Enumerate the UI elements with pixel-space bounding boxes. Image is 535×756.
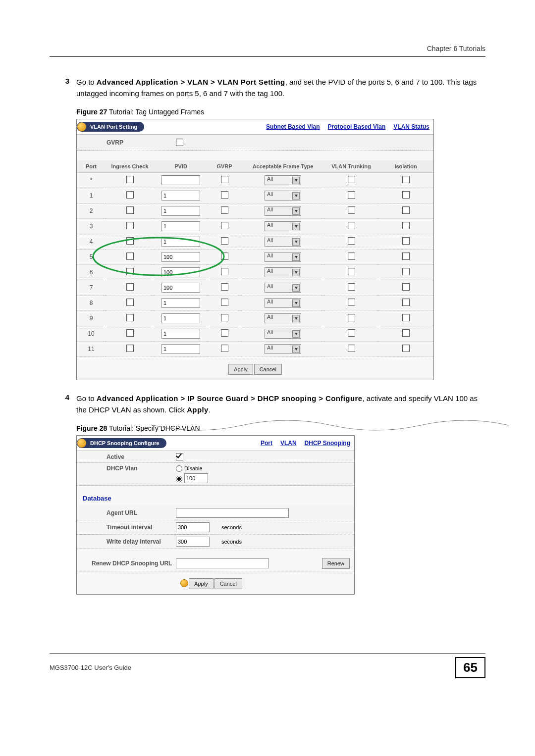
link-dhcp-snooping[interactable]: DHCP Snooping — [305, 440, 350, 447]
ingress-checkbox[interactable] — [126, 329, 134, 337]
frame-type-select[interactable]: All — [265, 267, 301, 277]
gvrp-checkbox[interactable] — [221, 252, 228, 260]
pvid-input[interactable] — [161, 221, 200, 231]
gvrp-checkbox[interactable] — [221, 222, 228, 229]
trunking-checkbox[interactable] — [348, 345, 355, 352]
frame-type-select[interactable]: All — [265, 344, 301, 354]
step-body: Go to Advanced Application > IP Source G… — [76, 393, 485, 415]
radio-disable[interactable] — [176, 465, 182, 472]
pvid-input[interactable] — [161, 267, 200, 277]
cell-port: 5 — [77, 250, 106, 265]
step-text: Go to — [76, 78, 97, 86]
ingress-checkbox[interactable] — [126, 283, 134, 291]
cancel-button[interactable]: Cancel — [214, 578, 242, 589]
ingress-checkbox[interactable] — [126, 299, 134, 306]
isolation-checkbox[interactable] — [402, 252, 410, 260]
isolation-checkbox[interactable] — [402, 314, 410, 321]
trunking-checkbox[interactable] — [348, 237, 355, 245]
gvrp-checkbox[interactable] — [221, 206, 228, 214]
ingress-checkbox[interactable] — [126, 176, 134, 183]
isolation-checkbox[interactable] — [402, 237, 410, 245]
isolation-checkbox[interactable] — [402, 206, 410, 214]
gvrp-checkbox[interactable] — [221, 329, 228, 337]
pvid-input[interactable] — [161, 344, 200, 354]
th-aft: Acceptable Frame Type — [241, 160, 324, 173]
gvrp-label: GVRP — [107, 139, 176, 146]
renew-input[interactable] — [176, 558, 269, 568]
trunking-checkbox[interactable] — [348, 206, 355, 214]
trunking-checkbox[interactable] — [348, 176, 355, 183]
pvid-input[interactable] — [161, 191, 200, 201]
gvrp-checkbox[interactable] — [176, 139, 183, 146]
isolation-checkbox[interactable] — [402, 329, 410, 337]
apply-button[interactable]: Apply — [228, 364, 253, 375]
frame-type-select[interactable]: All — [265, 298, 301, 308]
ingress-checkbox[interactable] — [126, 268, 134, 275]
trunking-checkbox[interactable] — [348, 252, 355, 260]
writedelay-input[interactable] — [176, 537, 210, 547]
link-subnet-vlan[interactable]: Subnet Based Vlan — [266, 123, 320, 130]
renew-button[interactable]: Renew — [322, 558, 350, 569]
isolation-checkbox[interactable] — [402, 268, 410, 275]
active-checkbox[interactable] — [176, 453, 183, 460]
isolation-checkbox[interactable] — [402, 191, 410, 199]
radio-value[interactable] — [176, 476, 182, 482]
gvrp-checkbox[interactable] — [221, 237, 228, 245]
ingress-checkbox[interactable] — [126, 252, 134, 260]
step-4: 4 Go to Advanced Application > IP Source… — [50, 393, 485, 415]
gvrp-checkbox[interactable] — [221, 191, 228, 199]
frame-type-select[interactable]: All — [265, 237, 301, 247]
link-protocol-vlan[interactable]: Protocol Based Vlan — [328, 123, 386, 130]
isolation-checkbox[interactable] — [402, 176, 410, 183]
disable-label: Disable — [184, 465, 203, 471]
gvrp-checkbox[interactable] — [221, 268, 228, 275]
apply-button[interactable]: Apply — [189, 578, 214, 589]
isolation-checkbox[interactable] — [402, 222, 410, 229]
trunking-checkbox[interactable] — [348, 222, 355, 229]
isolation-checkbox[interactable] — [402, 299, 410, 306]
link-port[interactable]: Port — [261, 440, 272, 447]
caption-bold: Figure 27 — [76, 108, 107, 116]
frame-type-select[interactable]: All — [265, 206, 301, 216]
pvid-input[interactable] — [161, 313, 200, 323]
gvrp-checkbox[interactable] — [221, 283, 228, 291]
gvrp-checkbox[interactable] — [221, 176, 228, 183]
isolation-checkbox[interactable] — [402, 345, 410, 352]
pvid-input[interactable] — [161, 283, 200, 293]
pvid-input[interactable] — [161, 329, 200, 339]
trunking-checkbox[interactable] — [348, 283, 355, 291]
ingress-checkbox[interactable] — [126, 206, 134, 214]
trunking-checkbox[interactable] — [348, 329, 355, 337]
frame-type-select[interactable]: All — [265, 329, 301, 339]
gvrp-checkbox[interactable] — [221, 345, 228, 352]
ingress-checkbox[interactable] — [126, 314, 134, 321]
timeout-input[interactable] — [176, 522, 210, 532]
frame-type-select[interactable]: All — [265, 313, 301, 323]
pvid-input[interactable] — [161, 206, 200, 216]
frame-type-select[interactable]: All — [265, 221, 301, 231]
link-vlan[interactable]: VLAN — [280, 440, 297, 447]
pvid-input[interactable] — [161, 237, 200, 247]
ingress-checkbox[interactable] — [126, 191, 134, 199]
link-vlan-status[interactable]: VLAN Status — [393, 123, 429, 130]
trunking-checkbox[interactable] — [348, 299, 355, 306]
frame-type-select[interactable]: All — [265, 175, 301, 185]
pvid-input[interactable] — [161, 252, 200, 262]
trunking-checkbox[interactable] — [348, 314, 355, 321]
ingress-checkbox[interactable] — [126, 222, 134, 229]
trunking-checkbox[interactable] — [348, 268, 355, 275]
frame-type-select[interactable]: All — [265, 283, 301, 293]
isolation-checkbox[interactable] — [402, 283, 410, 291]
agent-url-input[interactable] — [176, 508, 289, 518]
cancel-button[interactable]: Cancel — [254, 364, 282, 375]
ingress-checkbox[interactable] — [126, 237, 134, 245]
gvrp-checkbox[interactable] — [221, 299, 228, 306]
dhcp-vlan-input[interactable] — [184, 473, 208, 483]
ingress-checkbox[interactable] — [126, 345, 134, 352]
trunking-checkbox[interactable] — [348, 191, 355, 199]
pvid-input[interactable] — [161, 298, 200, 308]
frame-type-select[interactable]: All — [265, 191, 301, 201]
frame-type-select[interactable]: All — [265, 252, 301, 262]
gvrp-checkbox[interactable] — [221, 314, 228, 321]
pvid-input[interactable] — [161, 175, 200, 185]
